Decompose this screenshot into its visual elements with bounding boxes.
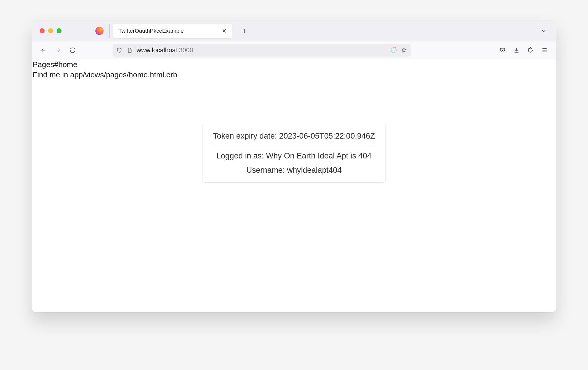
browser-window: TwitterOauthPkceExample xyxy=(32,20,556,312)
toolbar: www.localhost:3000 xyxy=(32,41,556,59)
page-heading: Pages#home xyxy=(33,60,556,69)
token-expiry-value: 2023-06-05T05:22:00.946Z xyxy=(279,132,375,140)
page-icon[interactable] xyxy=(126,46,134,54)
firefox-icon xyxy=(95,27,104,35)
page-content: Pages#home Find me in app/views/pages/ho… xyxy=(32,59,556,312)
maximize-window-button[interactable] xyxy=(57,28,62,33)
url-host: www.localhost xyxy=(136,46,177,54)
card-divider xyxy=(213,146,375,146)
username-row: Username: whyidealapt404 xyxy=(213,166,375,175)
back-button[interactable] xyxy=(37,43,50,57)
shield-icon[interactable] xyxy=(116,46,123,54)
reload-button[interactable] xyxy=(66,43,79,57)
browser-tab[interactable]: TwitterOauthPkceExample xyxy=(113,24,232,38)
username-value: whyidealapt404 xyxy=(287,166,342,174)
close-window-button[interactable] xyxy=(40,28,45,33)
tab-bar: TwitterOauthPkceExample xyxy=(32,20,556,41)
minimize-window-button[interactable] xyxy=(48,28,53,33)
url-port: :3000 xyxy=(177,46,193,54)
extensions-button[interactable] xyxy=(524,43,537,57)
window-controls xyxy=(35,28,70,33)
logged-in-value: Why On Earth Ideal Apt is 404 xyxy=(266,151,372,160)
info-card: Token expiry date: 2023-06-05T05:22:00.9… xyxy=(202,124,386,183)
token-expiry-row: Token expiry date: 2023-06-05T05:22:00.9… xyxy=(213,132,375,141)
token-expiry-label: Token expiry date: xyxy=(213,132,277,140)
url-text: www.localhost:3000 xyxy=(136,46,387,54)
new-tab-button[interactable] xyxy=(239,25,250,37)
logged-in-label: Logged in as: xyxy=(216,151,264,160)
username-label: Username: xyxy=(246,166,285,174)
logged-in-row: Logged in as: Why On Earth Ideal Apt is … xyxy=(213,151,375,160)
forward-button[interactable] xyxy=(51,43,65,57)
menu-button[interactable] xyxy=(538,43,551,57)
all-tabs-dropdown[interactable] xyxy=(537,24,551,38)
downloads-button[interactable] xyxy=(510,43,523,57)
pocket-button[interactable] xyxy=(496,43,509,57)
tab-divider xyxy=(109,24,110,38)
close-tab-button[interactable] xyxy=(220,27,228,35)
activity-icon[interactable] xyxy=(390,47,397,54)
bookmark-star-icon[interactable] xyxy=(400,46,408,54)
tab-title: TwitterOauthPkceExample xyxy=(118,28,220,34)
url-bar[interactable]: www.localhost:3000 xyxy=(113,44,411,57)
page-subtext: Find me in app/views/pages/home.html.erb xyxy=(33,70,556,79)
